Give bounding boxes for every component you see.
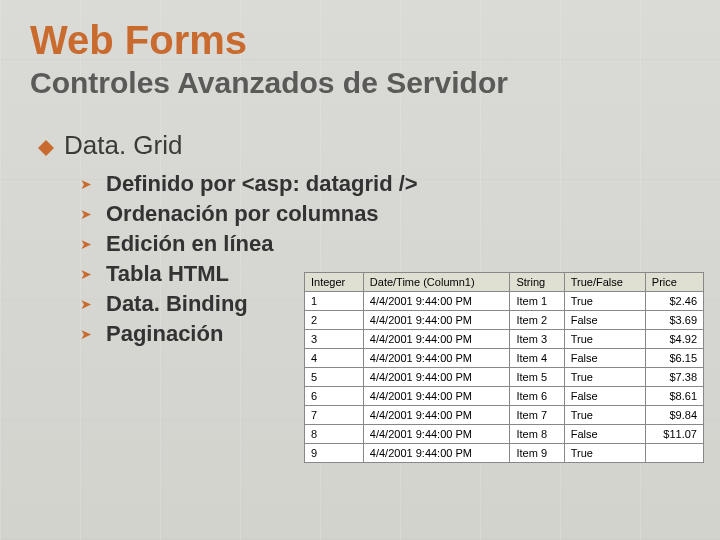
table-cell: $6.15 xyxy=(645,349,703,368)
table-row: 54/4/2001 9:44:00 PMItem 5True$7.38 xyxy=(305,368,704,387)
table-cell: 4/4/2001 9:44:00 PM xyxy=(363,425,510,444)
table-cell: 4/4/2001 9:44:00 PM xyxy=(363,311,510,330)
table-cell: 8 xyxy=(305,425,364,444)
table-cell: 4 xyxy=(305,349,364,368)
table-cell: Item 3 xyxy=(510,330,564,349)
table-cell: 3 xyxy=(305,330,364,349)
col-datetime: Date/Time (Column1) xyxy=(363,273,510,292)
arrow-icon: ➤ xyxy=(80,266,94,282)
bullet-text: Edición en línea xyxy=(106,231,273,257)
table-cell: Item 9 xyxy=(510,444,564,463)
arrow-icon: ➤ xyxy=(80,296,94,312)
table-row: 84/4/2001 9:44:00 PMItem 8False$11.07 xyxy=(305,425,704,444)
table-cell: 1 xyxy=(305,292,364,311)
datagrid-table: Integer Date/Time (Column1) String True/… xyxy=(304,272,704,463)
arrow-icon: ➤ xyxy=(80,176,94,192)
table-cell: 4/4/2001 9:44:00 PM xyxy=(363,444,510,463)
arrow-icon: ➤ xyxy=(80,206,94,222)
datagrid-example: Integer Date/Time (Column1) String True/… xyxy=(304,272,704,463)
list-item: ➤ Edición en línea xyxy=(80,231,690,257)
list-item: ➤ Definido por <asp: datagrid /> xyxy=(80,171,690,197)
table-cell: 4/4/2001 9:44:00 PM xyxy=(363,349,510,368)
table-row: 74/4/2001 9:44:00 PMItem 7True$9.84 xyxy=(305,406,704,425)
slide-title: Web Forms xyxy=(30,18,690,62)
table-header-row: Integer Date/Time (Column1) String True/… xyxy=(305,273,704,292)
table-cell: Item 2 xyxy=(510,311,564,330)
bullet-text: Ordenación por columnas xyxy=(106,201,379,227)
table-cell: $2.46 xyxy=(645,292,703,311)
table-cell: True xyxy=(564,368,645,387)
table-cell: Item 6 xyxy=(510,387,564,406)
table-cell: True xyxy=(564,406,645,425)
table-cell: 4/4/2001 9:44:00 PM xyxy=(363,292,510,311)
col-price: Price xyxy=(645,273,703,292)
col-integer: Integer xyxy=(305,273,364,292)
table-cell: False xyxy=(564,387,645,406)
section-row: Data. Grid xyxy=(38,130,690,161)
col-string: String xyxy=(510,273,564,292)
table-cell: Item 7 xyxy=(510,406,564,425)
bullet-text: Tabla HTML xyxy=(106,261,229,287)
table-cell: 6 xyxy=(305,387,364,406)
table-cell: True xyxy=(564,330,645,349)
table-cell: Item 1 xyxy=(510,292,564,311)
table-cell: True xyxy=(564,292,645,311)
table-cell: $3.69 xyxy=(645,311,703,330)
table-cell: 4/4/2001 9:44:00 PM xyxy=(363,368,510,387)
table-cell xyxy=(645,444,703,463)
table-cell: Item 8 xyxy=(510,425,564,444)
table-row: 64/4/2001 9:44:00 PMItem 6False$8.61 xyxy=(305,387,704,406)
table-row: 44/4/2001 9:44:00 PMItem 4False$6.15 xyxy=(305,349,704,368)
table-cell: 5 xyxy=(305,368,364,387)
table-cell: 7 xyxy=(305,406,364,425)
table-row: 34/4/2001 9:44:00 PMItem 3True$4.92 xyxy=(305,330,704,349)
table-row: 14/4/2001 9:44:00 PMItem 1True$2.46 xyxy=(305,292,704,311)
table-cell: True xyxy=(564,444,645,463)
arrow-icon: ➤ xyxy=(80,326,94,342)
table-cell: $7.38 xyxy=(645,368,703,387)
table-cell: $4.92 xyxy=(645,330,703,349)
slide-subtitle: Controles Avanzados de Servidor xyxy=(30,66,690,100)
bullet-text: Definido por <asp: datagrid /> xyxy=(106,171,418,197)
table-row: 94/4/2001 9:44:00 PMItem 9True xyxy=(305,444,704,463)
table-cell: Item 5 xyxy=(510,368,564,387)
table-cell: $8.61 xyxy=(645,387,703,406)
table-cell: False xyxy=(564,311,645,330)
table-cell: 4/4/2001 9:44:00 PM xyxy=(363,330,510,349)
bullet-text: Data. Binding xyxy=(106,291,248,317)
table-row: 24/4/2001 9:44:00 PMItem 2False$3.69 xyxy=(305,311,704,330)
table-cell: 9 xyxy=(305,444,364,463)
col-bool: True/False xyxy=(564,273,645,292)
table-cell: False xyxy=(564,425,645,444)
table-cell: $9.84 xyxy=(645,406,703,425)
arrow-icon: ➤ xyxy=(80,236,94,252)
section-label: Data. Grid xyxy=(64,130,183,161)
list-item: ➤ Ordenación por columnas xyxy=(80,201,690,227)
diamond-bullet-icon xyxy=(38,132,54,148)
bullet-text: Paginación xyxy=(106,321,223,347)
table-cell: 2 xyxy=(305,311,364,330)
table-cell: 4/4/2001 9:44:00 PM xyxy=(363,406,510,425)
table-cell: 4/4/2001 9:44:00 PM xyxy=(363,387,510,406)
table-cell: Item 4 xyxy=(510,349,564,368)
table-cell: $11.07 xyxy=(645,425,703,444)
table-cell: False xyxy=(564,349,645,368)
